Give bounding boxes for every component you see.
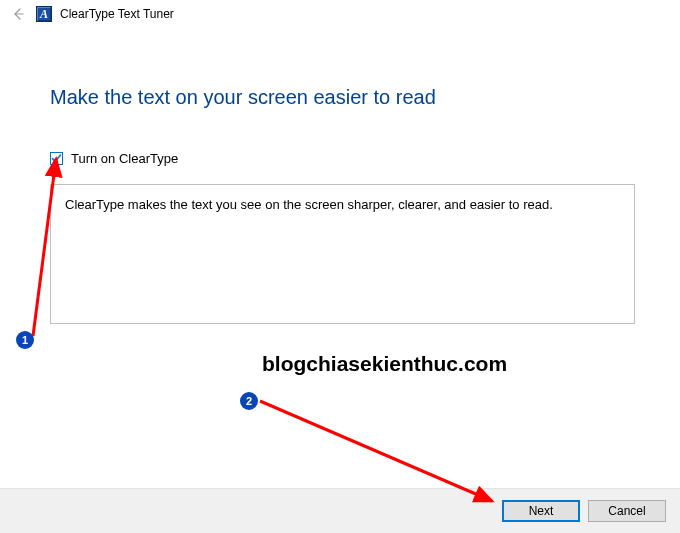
next-button[interactable]: Next bbox=[502, 500, 580, 522]
cleartype-checkbox-row: Turn on ClearType bbox=[50, 151, 635, 166]
window-title: ClearType Text Tuner bbox=[60, 7, 174, 21]
cleartype-checkbox-label: Turn on ClearType bbox=[71, 151, 178, 166]
watermark-text: blogchiasekienthuc.com bbox=[262, 352, 507, 376]
description-text: ClearType makes the text you see on the … bbox=[65, 197, 553, 212]
content-area: Make the text on your screen easier to r… bbox=[0, 28, 680, 324]
app-icon: A bbox=[36, 6, 52, 22]
checkmark-icon bbox=[51, 153, 62, 164]
cancel-button[interactable]: Cancel bbox=[588, 500, 666, 522]
footer-bar: Next Cancel bbox=[0, 488, 680, 533]
annotation-badge-1: 1 bbox=[16, 331, 34, 349]
window: A ClearType Text Tuner Make the text on … bbox=[0, 0, 680, 533]
svg-line-2 bbox=[260, 401, 492, 501]
back-arrow-icon bbox=[10, 6, 26, 22]
page-heading: Make the text on your screen easier to r… bbox=[50, 86, 635, 109]
annotation-badge-2: 2 bbox=[240, 392, 258, 410]
titlebar: A ClearType Text Tuner bbox=[0, 0, 680, 28]
back-button[interactable] bbox=[8, 4, 28, 24]
cleartype-checkbox[interactable] bbox=[50, 152, 63, 165]
description-box: ClearType makes the text you see on the … bbox=[50, 184, 635, 324]
